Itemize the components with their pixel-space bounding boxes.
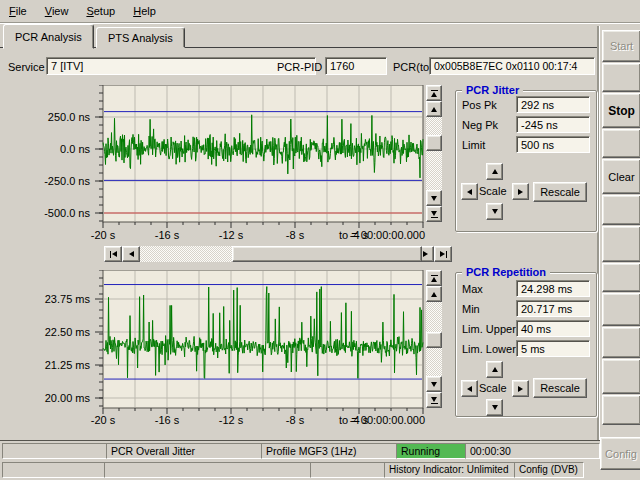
scrollbar-thumb[interactable] [426, 135, 442, 151]
start-button-label: Start [610, 40, 633, 52]
status-config-mode: Config (DVB) [514, 462, 584, 478]
y-tick-label: 0.0 ns [60, 143, 90, 155]
tab-pcr-analysis[interactable]: PCR Analysis [3, 24, 94, 49]
stop-button[interactable]: Stop [602, 93, 640, 128]
arrow-up-icon [431, 292, 437, 297]
scroll-up-button[interactable] [426, 101, 442, 117]
status-history-indicator: History Indicator: Unlimited [384, 462, 516, 478]
status-cell-empty [2, 443, 108, 459]
tab-label: PCR Analysis [15, 31, 82, 43]
scroll-down-button[interactable] [426, 376, 442, 392]
scrollbar-track[interactable] [140, 246, 416, 262]
arrow-right-icon [518, 189, 523, 195]
y-tick-label: 23.75 ms [45, 293, 90, 305]
scroll-up-button[interactable] [426, 286, 442, 302]
menu-item-file[interactable]: File [0, 1, 36, 21]
pos-pk-label: Pos Pk [462, 97, 497, 113]
clear-button[interactable]: Clear [602, 159, 640, 194]
pcr-jitter-panel-title: PCR Jitter [462, 83, 523, 97]
scale-right-button[interactable] [512, 380, 529, 397]
y-tick-label: -500.0 ns [44, 207, 90, 219]
blank-button[interactable] [602, 395, 640, 425]
start-button[interactable]: Start [602, 30, 640, 62]
y-tick-label: 250.0 ns [48, 111, 90, 123]
scroll-bottom-button[interactable] [426, 392, 442, 408]
arrow-to-bottom-icon [431, 211, 438, 218]
mpeg-analyzer-window: { "colors": { "title_blue": "#0000cc", "… [0, 0, 640, 480]
scrollbar-thumb[interactable] [232, 246, 422, 262]
arrow-up-icon [492, 169, 498, 174]
lim-upper-field: 40 ms [516, 320, 590, 337]
limit-label: Limit [462, 137, 485, 153]
service-value: 7 [ITV] [51, 60, 83, 72]
neg-pk-field: -245 ns [516, 116, 590, 133]
statusbar-divider [0, 440, 640, 441]
arrow-left-icon [467, 189, 472, 195]
jitter-chart-vertical-scrollbar [426, 85, 442, 222]
scrollbar-track[interactable] [426, 117, 442, 190]
scroll-left-button[interactable] [122, 246, 140, 262]
blank-button[interactable] [602, 293, 640, 326]
y-tick-label: 22.50 ms [45, 326, 90, 338]
arrow-to-start-icon [110, 251, 117, 258]
scroll-down-button[interactable] [426, 190, 442, 206]
scroll-top-button[interactable] [426, 270, 442, 286]
scale-down-button[interactable] [486, 399, 503, 416]
scrollbar-track[interactable] [426, 302, 442, 376]
scale-left-button[interactable] [461, 380, 478, 397]
arrow-to-bottom-icon [431, 397, 438, 404]
menu-item-help[interactable]: Help [124, 1, 165, 21]
scale-right-button[interactable] [512, 183, 529, 200]
menu-item-view[interactable]: View [36, 1, 78, 21]
scale-label: Scale [479, 183, 507, 199]
blank-button[interactable] [602, 263, 640, 292]
tab-pts-analysis[interactable]: PTS Analysis [96, 27, 185, 48]
repetition-chart-vertical-scrollbar [426, 270, 442, 408]
menu-label: iew [52, 5, 69, 17]
rescale-button[interactable]: Rescale [533, 378, 587, 398]
max-value: 24.298 ms [521, 283, 572, 295]
clear-button-label: Clear [608, 171, 634, 183]
blank-button[interactable] [602, 63, 640, 92]
blank-button[interactable] [602, 195, 640, 225]
scroll-end-button[interactable] [434, 246, 452, 262]
scale-down-button[interactable] [486, 203, 503, 220]
arrow-left-icon [129, 251, 134, 257]
scale-up-button[interactable] [486, 361, 503, 378]
blank-button[interactable] [602, 129, 640, 158]
menu-label: elp [141, 5, 156, 17]
status-running: Running [396, 443, 467, 459]
scale-up-button[interactable] [486, 163, 503, 180]
arrow-up-icon [492, 367, 498, 372]
config-button[interactable]: Config [600, 437, 640, 470]
scroll-top-button[interactable] [426, 85, 442, 101]
x-tick-label: -8 s [286, 229, 304, 241]
pcr-repetition-panel-title: PCR Repetition [462, 265, 550, 279]
x-tick-label: -16 s [155, 229, 179, 241]
scroll-bottom-button[interactable] [426, 206, 442, 222]
tab-label: PTS Analysis [108, 32, 173, 44]
pcr-to-value: 0x005B8E7EC 0x0110 00:17:4 [434, 60, 577, 72]
limit-field: 500 ns [516, 136, 590, 153]
scrollbar-thumb[interactable] [426, 332, 442, 348]
arrow-up-icon [431, 107, 437, 112]
pcr-pid-label: PCR-PID [277, 59, 322, 75]
blank-button[interactable] [602, 226, 640, 262]
scroll-home-button[interactable] [104, 246, 122, 262]
menu-accel: H [133, 5, 141, 17]
menu-accel: S [86, 5, 93, 17]
arrow-left-icon [467, 386, 472, 392]
scale-left-button[interactable] [461, 183, 478, 200]
rescale-button[interactable]: Rescale [533, 182, 587, 202]
repetition-chart-plot [95, 270, 429, 414]
rescale-button-label: Rescale [540, 382, 580, 394]
blank-button[interactable] [602, 327, 640, 358]
pcr-pid-value: 1760 [330, 60, 354, 72]
service-field[interactable]: 7 [ITV] [46, 57, 316, 75]
blank-button[interactable] [602, 359, 640, 394]
status-elapsed-time: 00:00:30 [465, 443, 600, 459]
menu-label: ile [16, 5, 27, 17]
menu-item-setup[interactable]: Setup [77, 1, 124, 21]
x-tick-label: -12 s [219, 414, 243, 426]
jitter-chart-plot [95, 85, 429, 228]
